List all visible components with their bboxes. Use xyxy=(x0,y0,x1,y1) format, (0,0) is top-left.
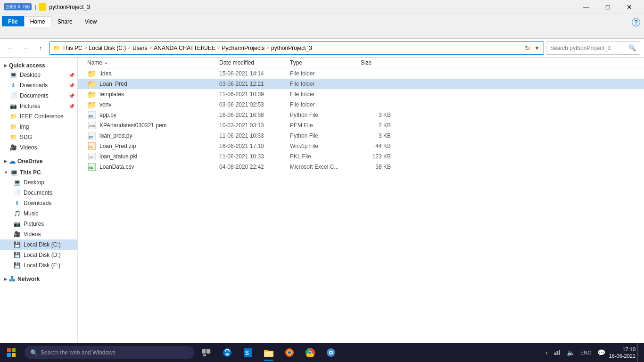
col-header-type[interactable]: Type xyxy=(290,59,361,66)
file-name-loanpred: 📁 Loan_Pred xyxy=(87,80,219,88)
sidebar-item-music-pc[interactable]: 🎵 Music xyxy=(0,208,77,219)
documents-pc-icon: 📄 xyxy=(13,189,21,197)
pictures-pc-icon: 📷 xyxy=(13,220,21,228)
tab-view[interactable]: View xyxy=(79,16,103,26)
back-button[interactable]: ← xyxy=(4,41,17,55)
minimize-button[interactable]: — xyxy=(575,0,597,14)
breadcrumb-pycharm[interactable]: PycharmProjects xyxy=(222,45,265,51)
file-row-csv[interactable]: xls LoanData.csv 04-08-2020 22:42 Micros… xyxy=(78,162,644,172)
taskbar-taskview[interactable] xyxy=(196,343,217,362)
address-dropdown-icon[interactable]: ▼ xyxy=(534,45,540,51)
taskbar-apps: S xyxy=(196,343,341,362)
tab-share[interactable]: Share xyxy=(51,16,79,26)
onedrive-section[interactable]: ▶ ☁ OneDrive xyxy=(0,155,77,166)
thispc-expand-icon[interactable]: ▼ xyxy=(4,170,8,175)
file-type-pem: PEM File xyxy=(290,122,361,129)
taskbar-language-icon[interactable]: ENG xyxy=(578,350,594,355)
close-button[interactable]: ✕ xyxy=(619,0,640,14)
taskbar-explorer[interactable] xyxy=(258,343,279,362)
taskbar-store[interactable]: S xyxy=(238,343,258,362)
nav-bar: ← → ↑ 📁 This PC > Local Disk (C:) > User… xyxy=(0,39,644,58)
network-expand-icon[interactable]: ▶ xyxy=(4,277,7,281)
sidebar-item-ieee[interactable]: 📁 IEEE Conference xyxy=(0,111,77,122)
breadcrumb-user[interactable]: ANANDA CHATTERJEE xyxy=(154,45,215,51)
taskbar-firefox[interactable] xyxy=(279,343,300,362)
sidebar-item-localdisk-e[interactable]: 💾 Local Disk (E:) xyxy=(0,260,77,271)
sidebar-item-downloads-qa[interactable]: ⬇ Downloads 📌 xyxy=(0,80,77,90)
tab-home[interactable]: Home xyxy=(24,16,51,27)
pem-icon: pem xyxy=(87,122,97,129)
file-size-csv: 38 KB xyxy=(361,164,398,170)
taskbar-network-icon[interactable] xyxy=(552,349,563,357)
show-desktop-button[interactable] xyxy=(637,343,640,362)
title-bar-left: 1366 X 768 | pythonProject_3 xyxy=(4,3,90,11)
sidebar-item-sdg[interactable]: 📁 SDG xyxy=(0,132,77,142)
breadcrumb-project[interactable]: pythonProject_3 xyxy=(271,45,312,51)
file-row-venv[interactable]: 📁 venv 03-06-2021 02:53 File folder xyxy=(78,99,644,110)
taskbar-browser2[interactable] xyxy=(321,343,341,362)
file-name-templates: 📁 templates xyxy=(87,90,219,98)
taskbar-edge[interactable] xyxy=(217,343,238,362)
sidebar-label-downloads-qa: Downloads xyxy=(20,82,48,89)
file-type-zip: WinZip File xyxy=(290,143,361,149)
ribbon-help-icon[interactable]: ? xyxy=(632,18,640,26)
sidebar-item-videos-qa[interactable]: 🎥 Videos xyxy=(0,142,77,153)
sidebar-item-localdisk-c[interactable]: 💾 Local Disk (C:) xyxy=(0,239,77,250)
sdg-folder-icon: 📁 xyxy=(9,133,17,141)
svg-rect-23 xyxy=(202,349,206,354)
file-row-pem[interactable]: pem KPAnandatest030321.pem 10-03-2021 03… xyxy=(78,120,644,131)
file-row-loanpred[interactable]: 📁 Loan_Pred 03-06-2021 12:21 File folder xyxy=(78,79,644,89)
sidebar-item-localdisk-d[interactable]: 💾 Local Disk (D:) xyxy=(0,250,77,260)
taskbar-volume-icon[interactable]: 🔈 xyxy=(565,349,577,356)
start-button[interactable] xyxy=(0,343,23,362)
taskbar-chrome[interactable] xyxy=(300,343,321,362)
sidebar-item-downloads-pc[interactable]: ⬇ Downloads xyxy=(0,198,77,208)
col-header-name[interactable]: Name ▲ xyxy=(87,59,219,66)
breadcrumb-localdisk[interactable]: Local Disk (C:) xyxy=(89,45,126,51)
breadcrumb-users[interactable]: Users xyxy=(132,45,147,51)
onedrive-expand-icon[interactable]: ▶ xyxy=(4,159,7,164)
up-button[interactable]: ↑ xyxy=(34,41,47,55)
sidebar-item-pictures-pc[interactable]: 📷 Pictures xyxy=(0,219,77,229)
taskbar-notification-icon[interactable]: 💬 xyxy=(595,349,607,356)
taskbar-chevron-icon[interactable]: ‹ xyxy=(544,349,550,356)
sidebar-label-desktop-pc: Desktop xyxy=(24,179,44,186)
file-date-venv: 03-06-2021 02:53 xyxy=(219,101,290,108)
quickaccess-expand-icon[interactable]: ▶ xyxy=(4,63,7,68)
sidebar-item-documents-pc[interactable]: 📄 Documents xyxy=(0,188,77,198)
taskbar-clock[interactable]: 17:10 16-06-2021 xyxy=(609,346,636,360)
sidebar-item-videos-pc[interactable]: 🎥 Videos xyxy=(0,229,77,239)
file-row-templates[interactable]: 📁 templates 11-06-2021 10:09 File folder xyxy=(78,89,644,99)
sidebar-item-desktop-qa[interactable]: 💻 Desktop 📌 xyxy=(0,70,77,80)
refresh-icon[interactable]: ↻ xyxy=(525,44,530,52)
sidebar-item-desktop-pc[interactable]: 💻 Desktop xyxy=(0,177,77,188)
file-name-pkl: pkl loan_status.pkl xyxy=(87,153,219,160)
onedrive-label: OneDrive xyxy=(17,158,42,165)
file-name-csv: xls LoanData.csv xyxy=(87,163,219,171)
col-header-size[interactable]: Size xyxy=(361,59,398,66)
search-bar[interactable]: 🔍 xyxy=(546,41,640,55)
network-section[interactable]: ▶ 🖧 Network xyxy=(0,272,77,284)
file-row-apppy[interactable]: py app.py 16-06-2021 16:58 Python File 3… xyxy=(78,110,644,120)
title-bar: 1366 X 768 | pythonProject_3 — □ ✕ xyxy=(0,0,644,14)
breadcrumb-thispc[interactable]: This PC xyxy=(62,45,83,51)
search-input[interactable] xyxy=(550,45,627,51)
sidebar-section-quickaccess[interactable]: ▶ Quick access xyxy=(0,59,77,70)
file-row-zip[interactable]: zip Loan_Pred.zip 16-06-2021 17:10 WinZi… xyxy=(78,141,644,151)
file-row-pkl[interactable]: pkl loan_status.pkl 11-06-2021 10:33 PKL… xyxy=(78,151,644,162)
taskbar-search[interactable]: 🔍 Search the web and Windows xyxy=(25,346,194,359)
address-bar[interactable]: 📁 This PC > Local Disk (C:) > Users > AN… xyxy=(49,41,544,55)
sidebar-item-img[interactable]: 📁 img xyxy=(0,122,77,132)
localdisk-d-icon: 💾 xyxy=(13,251,21,259)
search-icon[interactable]: 🔍 xyxy=(628,44,636,51)
file-list: 📁 .idea 15-06-2021 14:14 File folder 📁 L… xyxy=(78,68,644,348)
forward-button[interactable]: → xyxy=(19,41,32,55)
file-row-loanpredpy[interactable]: py loan_pred.py 11-06-2021 10:33 Python … xyxy=(78,131,644,141)
col-header-date[interactable]: Date modified xyxy=(219,59,290,66)
sidebar-item-documents-qa[interactable]: 📄 Documents 📌 xyxy=(0,90,77,101)
sidebar-item-pictures-qa[interactable]: 📷 Pictures 📌 xyxy=(0,101,77,111)
thispc-section[interactable]: ▼ 💻 This PC xyxy=(0,166,77,177)
file-row-idea[interactable]: 📁 .idea 15-06-2021 14:14 File folder xyxy=(78,68,644,79)
tab-file[interactable]: File xyxy=(2,16,24,26)
maximize-button[interactable]: □ xyxy=(597,0,619,14)
